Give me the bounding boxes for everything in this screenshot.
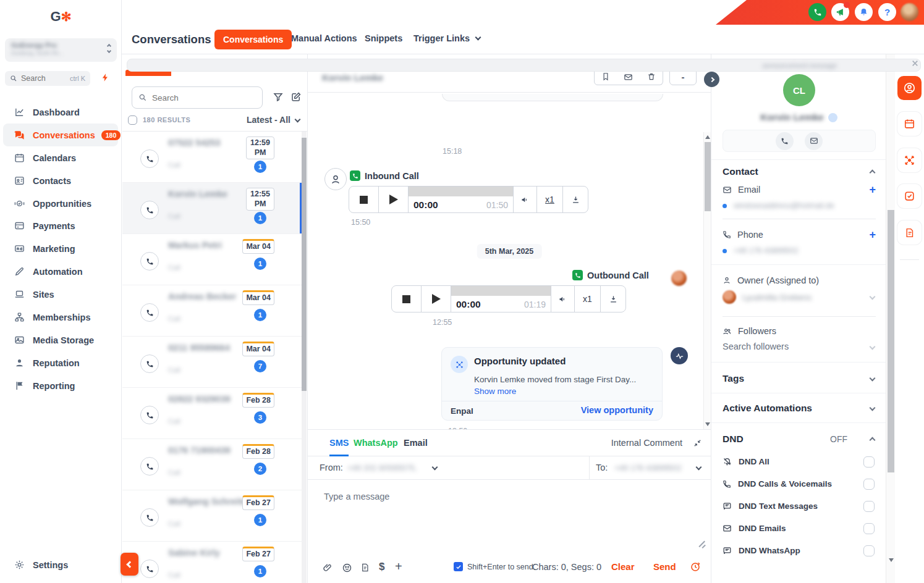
resize-handle[interactable] bbox=[698, 540, 706, 548]
rail-appointments-button[interactable] bbox=[897, 112, 922, 136]
scroll-down-arrow[interactable] bbox=[889, 558, 894, 562]
chevron-down-icon[interactable] bbox=[870, 294, 876, 300]
sidebar-item-conversations[interactable]: Conversations 180 bbox=[3, 124, 118, 146]
email-contact-button[interactable] bbox=[805, 132, 823, 150]
progress-area[interactable]: 00:0001:50 bbox=[409, 187, 514, 212]
close-icon[interactable] bbox=[911, 59, 919, 67]
help-button[interactable]: ? bbox=[878, 3, 896, 21]
sidebar-item-opportunities[interactable]: Opportunities bbox=[0, 192, 122, 215]
conversation-item[interactable]: 0211 95589664 Call Mar 04 7 bbox=[122, 337, 302, 388]
stop-button[interactable] bbox=[392, 286, 422, 312]
rail-notes-button[interactable] bbox=[897, 220, 922, 245]
sort-dropdown[interactable]: Latest - All bbox=[247, 115, 290, 125]
sidebar-item-calendars[interactable]: Calendars bbox=[0, 146, 122, 169]
sidebar-item-memberships[interactable]: Memberships bbox=[0, 306, 122, 329]
schedule-send-icon[interactable] bbox=[690, 561, 701, 573]
rail-tasks-button[interactable] bbox=[897, 184, 922, 208]
collapse-panel-button[interactable] bbox=[704, 72, 719, 87]
followers-search[interactable]: Search followers bbox=[723, 342, 789, 351]
progress-area[interactable]: 00:0001:19 bbox=[451, 286, 551, 312]
conversation-item-selected[interactable]: Korvin Lemke Call 12:55 PM 1 bbox=[122, 183, 302, 234]
tab-trigger-links[interactable]: Trigger Links bbox=[413, 33, 480, 43]
email-value-row[interactable]: windowsaddress@hotmail.de bbox=[723, 201, 834, 210]
progress-bar[interactable] bbox=[451, 286, 551, 296]
scrollbar-thumb[interactable] bbox=[302, 138, 307, 391]
conversation-item[interactable]: Markus Petri Call Mar 04 1 bbox=[122, 234, 302, 285]
select-all-checkbox[interactable] bbox=[128, 115, 137, 125]
scrollbar-thumb[interactable] bbox=[705, 142, 711, 211]
stop-button[interactable] bbox=[349, 187, 379, 212]
sidebar-item-settings[interactable]: Settings bbox=[0, 553, 122, 576]
chevron-up-icon[interactable] bbox=[870, 170, 876, 176]
global-search-input[interactable] bbox=[21, 74, 59, 83]
message-scroll-area[interactable]: 15:18 Inbound Call 00:0001:50 x1 15:50 5… bbox=[308, 93, 711, 429]
shift-enter-checkbox[interactable] bbox=[454, 562, 463, 571]
compose-icon[interactable] bbox=[290, 91, 302, 103]
chevron-down-icon[interactable] bbox=[870, 344, 876, 350]
sidebar-item-automation[interactable]: Automation bbox=[0, 260, 122, 283]
tab-email[interactable]: Email bbox=[404, 430, 428, 456]
dnd-calls-checkbox[interactable] bbox=[863, 479, 875, 490]
chevron-down-icon[interactable] bbox=[870, 405, 876, 411]
clear-button[interactable]: Clear bbox=[611, 561, 635, 572]
play-button[interactable] bbox=[422, 286, 451, 312]
conversation-search-input[interactable] bbox=[152, 93, 239, 103]
thread-scrollbar[interactable] bbox=[703, 132, 711, 429]
tab-snippets[interactable]: Snippets bbox=[365, 33, 402, 43]
tab-whatsapp[interactable]: WhatsApp bbox=[354, 430, 398, 456]
sidebar-item-sites[interactable]: Sites bbox=[0, 283, 122, 306]
tab-sms[interactable]: SMS bbox=[329, 430, 349, 456]
notifications-button[interactable] bbox=[855, 3, 873, 21]
conversation-search[interactable] bbox=[132, 86, 263, 109]
emoji-icon[interactable] bbox=[342, 563, 352, 573]
chevron-down-icon[interactable] bbox=[696, 464, 702, 471]
sidebar-item-media-storage[interactable]: Media Storage bbox=[0, 329, 122, 351]
rail-contact-button[interactable] bbox=[897, 76, 922, 100]
global-search[interactable]: ctrl K bbox=[5, 71, 90, 86]
send-button[interactable]: Send bbox=[653, 561, 676, 572]
dnd-whatsapp-checkbox[interactable] bbox=[863, 545, 875, 556]
user-avatar[interactable] bbox=[901, 3, 918, 21]
view-opportunity-link[interactable]: View opportunity bbox=[581, 405, 653, 415]
quick-actions-bolt-icon[interactable] bbox=[101, 72, 110, 83]
progress-bar[interactable] bbox=[409, 187, 513, 196]
sidebar-item-payments[interactable]: Payments bbox=[0, 214, 122, 237]
collapse-composer-icon[interactable] bbox=[693, 438, 702, 448]
conversation-item[interactable]: 0176 71900439 Call Feb 28 2 bbox=[122, 439, 302, 490]
owner-select[interactable]: Lyudmilla Grebens bbox=[723, 290, 812, 304]
volume-button[interactable] bbox=[551, 286, 575, 312]
to-number[interactable]: +49 176 43899502 bbox=[614, 463, 693, 472]
dialer-phone-button[interactable] bbox=[808, 3, 826, 21]
conversation-item[interactable]: Andreas Becker Call Mar 04 1 bbox=[122, 285, 302, 337]
announcements-button[interactable] bbox=[831, 3, 849, 21]
conversation-item[interactable]: Wolfgang Schreiter Call Feb 27 1 bbox=[122, 490, 302, 542]
show-more-link[interactable]: Show more bbox=[474, 387, 516, 396]
chevron-down-icon[interactable] bbox=[432, 464, 438, 471]
dnd-texts-checkbox[interactable] bbox=[863, 501, 875, 512]
playback-speed-button[interactable]: x1 bbox=[575, 286, 601, 312]
message-input[interactable] bbox=[316, 484, 700, 545]
panel-scrollbar[interactable] bbox=[886, 54, 895, 583]
sidebar-item-marketing[interactable]: Marketing bbox=[0, 237, 122, 260]
playback-speed-button[interactable]: x1 bbox=[537, 187, 563, 212]
sidebar-item-dashboard[interactable]: Dashboard bbox=[0, 101, 122, 124]
list-scrollbar[interactable] bbox=[302, 132, 307, 583]
rail-connections-button[interactable] bbox=[897, 148, 922, 172]
chevron-down-icon[interactable] bbox=[870, 375, 876, 382]
internal-comment-toggle[interactable]: Internal Comment bbox=[611, 438, 682, 448]
attachment-icon[interactable] bbox=[323, 563, 333, 573]
tab-manual-actions[interactable]: Manual Actions bbox=[291, 33, 357, 43]
add-email-button[interactable]: + bbox=[869, 184, 876, 195]
sidebar-item-reputation[interactable]: Reputation bbox=[0, 351, 122, 374]
dnd-all-checkbox[interactable] bbox=[863, 456, 875, 468]
template-icon[interactable] bbox=[360, 563, 370, 573]
call-contact-button[interactable] bbox=[776, 132, 794, 150]
filter-icon[interactable] bbox=[273, 91, 284, 103]
conversation-item[interactable]: 07522 54253 Call 12:59 PM 1 bbox=[122, 132, 302, 183]
add-phone-button[interactable]: + bbox=[869, 229, 876, 240]
dnd-emails-checkbox[interactable] bbox=[863, 523, 875, 534]
sidebar-item-contacts[interactable]: Contacts bbox=[0, 169, 122, 192]
add-more-icon[interactable]: + bbox=[395, 560, 402, 574]
collapse-sidebar-button[interactable] bbox=[121, 553, 138, 576]
tab-conversations[interactable]: Conversations bbox=[214, 30, 292, 49]
